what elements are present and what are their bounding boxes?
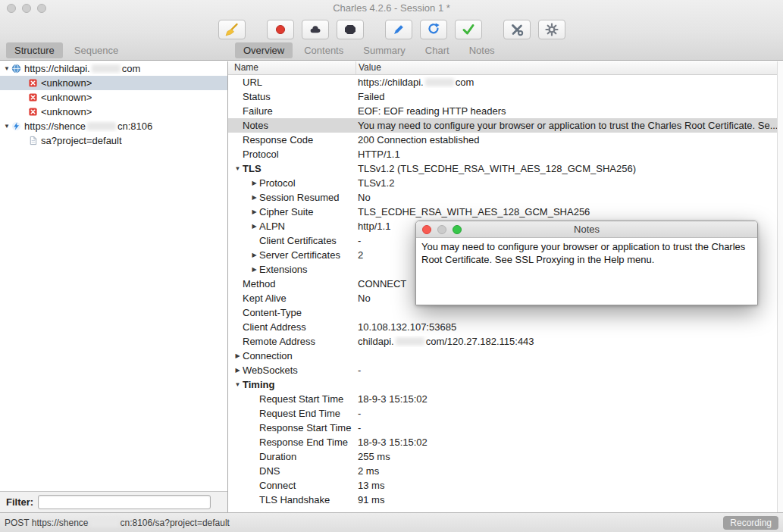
table-row[interactable]: ▶Cipher SuiteTLS_ECDHE_RSA_WITH_AES_128_… [228, 205, 783, 219]
disclosure-triangle-icon[interactable]: ▶ [249, 194, 259, 201]
table-row[interactable]: ▶ProtocolTLSv1.2 [228, 176, 783, 190]
filter-input[interactable] [38, 495, 211, 509]
row-name: Remote Address [243, 336, 315, 347]
row-name: Status [243, 91, 271, 102]
tree-item[interactable]: ▼https://childapi.com [0, 61, 227, 76]
notes-popup-titlebar[interactable]: Notes [416, 221, 757, 238]
table-row[interactable]: ▼TLSTLSv1.2 (TLS_ECDHE_RSA_WITH_AES_128_… [228, 161, 783, 176]
row-name: Response End Time [259, 437, 348, 448]
tree-item[interactable]: ▼https://shencecn:8106 [0, 119, 227, 133]
validate-button[interactable] [455, 20, 482, 39]
record-icon [273, 22, 288, 37]
notes-popup-controls [422, 225, 462, 234]
popup-close-button[interactable] [422, 225, 431, 234]
redacted-text [425, 78, 454, 86]
table-row[interactable]: Client Address10.108.132.107:53685 [228, 320, 783, 334]
compose-button[interactable] [385, 20, 412, 39]
tab-overview[interactable]: Overview [235, 42, 293, 58]
error-icon [28, 107, 41, 117]
table-row[interactable]: ▶Connection [228, 349, 783, 363]
row-value: 200 Connection established [356, 134, 783, 146]
table-row[interactable]: Remote Addresschildapi.com/120.27.182.11… [228, 334, 783, 349]
table-row[interactable]: TLS Handshake91 ms [228, 493, 783, 507]
disclosure-triangle-icon[interactable]: ▶ [233, 367, 243, 374]
check-icon [461, 22, 476, 37]
table-row[interactable]: URLhttps://childapi.com [228, 75, 783, 89]
disclosure-triangle-icon[interactable]: ▶ [249, 180, 259, 186]
table-row[interactable]: Response End Time18-9-3 15:15:02 [228, 435, 783, 449]
disclosure-triangle-icon[interactable]: ▼ [233, 381, 243, 388]
pencil-icon [391, 22, 406, 37]
row-name: TLS [243, 163, 262, 174]
table-row[interactable]: Connect13 ms [228, 478, 783, 493]
row-value: childapi.com/120.27.182.115:443 [356, 336, 783, 347]
table-row[interactable]: Duration255 ms [228, 449, 783, 464]
tree-item-label: <unknown> [41, 77, 92, 89]
zoom-button[interactable] [37, 4, 46, 13]
table-row[interactable]: Request Start Time18-9-3 15:15:02 [228, 392, 783, 406]
minimize-button[interactable] [22, 4, 31, 13]
popup-minimize-button[interactable] [437, 225, 446, 234]
table-row[interactable]: StatusFailed [228, 89, 783, 104]
disclosure-triangle-icon[interactable]: ▼ [2, 65, 11, 72]
detail-tabs: OverviewContentsSummaryChartNotes [235, 42, 503, 58]
table-row[interactable]: Request End Time- [228, 406, 783, 421]
row-name: Protocol [243, 149, 279, 160]
titlebar[interactable]: Charles 4.2.6 - Session 1 * [0, 0, 783, 17]
row-name: WebSockets [243, 365, 298, 376]
disclosure-triangle-icon[interactable]: ▶ [233, 352, 243, 359]
tab-notes[interactable]: Notes [461, 42, 503, 58]
row-name: Duration [259, 451, 296, 462]
row-value: HTTP/1.1 [356, 149, 783, 160]
table-row[interactable]: ProtocolHTTP/1.1 [228, 147, 783, 161]
tree-item-label: <unknown> [41, 106, 92, 117]
table-row[interactable]: ▶WebSockets- [228, 363, 783, 377]
disclosure-triangle-icon[interactable]: ▼ [233, 165, 243, 172]
status-url: POST https://shencecn:8106/sa?project=de… [5, 518, 230, 528]
repeat-button[interactable] [420, 20, 447, 39]
row-value: TLS_ECDHE_RSA_WITH_AES_128_GCM_SHA256 [356, 206, 783, 217]
table-row[interactable]: FailureEOF: EOF reading HTTP headers [228, 104, 783, 118]
notes-popup-body[interactable]: You may need to configure your browser o… [416, 238, 757, 305]
settings-button[interactable] [538, 20, 565, 39]
error-icon [28, 78, 41, 88]
close-button[interactable] [7, 4, 16, 13]
table-row[interactable]: DNS2 ms [228, 464, 783, 478]
tab-structure[interactable]: Structure [6, 42, 63, 58]
row-value: 18-9-3 15:15:02 [356, 437, 783, 448]
disclosure-triangle-icon[interactable]: ▶ [249, 252, 259, 258]
toolbar-group [267, 20, 364, 39]
popup-zoom-button[interactable] [453, 225, 462, 234]
tab-sequence[interactable]: Sequence [66, 42, 127, 58]
tab-chart[interactable]: Chart [417, 42, 458, 58]
breakpoints-button[interactable] [337, 20, 364, 39]
vertical-scrollbar[interactable] [777, 61, 783, 512]
disclosure-triangle-icon[interactable]: ▼ [2, 123, 11, 130]
toolbar-group [385, 20, 482, 39]
tab-contents[interactable]: Contents [296, 42, 352, 58]
structure-sequence-tabs: StructureSequence [6, 42, 127, 58]
record-button[interactable] [267, 20, 294, 39]
clear-session-button[interactable] [218, 20, 246, 39]
table-row[interactable]: Response Code200 Connection established [228, 133, 783, 147]
table-row[interactable]: ▶Session ResumedNo [228, 190, 783, 205]
tools-button[interactable] [503, 20, 531, 39]
tab-summary[interactable]: Summary [355, 42, 414, 58]
table-row[interactable]: ▼Timing [228, 377, 783, 392]
disclosure-triangle-icon[interactable]: ▶ [249, 208, 259, 215]
tree-item[interactable]: <unknown> [0, 105, 227, 119]
table-row[interactable]: Content-Type [228, 305, 783, 320]
table-row[interactable]: Response Start Time- [228, 421, 783, 435]
tree-item[interactable]: <unknown> [0, 90, 227, 105]
throttling-button[interactable] [302, 20, 329, 39]
redacted-text [92, 64, 121, 73]
recording-badge: Recording [723, 516, 778, 530]
disclosure-triangle-icon[interactable]: ▶ [249, 223, 259, 230]
tree-item[interactable]: sa?project=default [0, 133, 227, 148]
tree-item-label: https://shencecn:8106 [24, 120, 152, 132]
tree-item[interactable]: <unknown> [0, 76, 227, 90]
table-row[interactable]: NotesYou may need to configure your brow… [228, 118, 783, 133]
table-header: Name Value [228, 61, 783, 75]
disclosure-triangle-icon[interactable]: ▶ [249, 266, 259, 273]
tree-item-label: https://childapi.com [24, 63, 140, 74]
